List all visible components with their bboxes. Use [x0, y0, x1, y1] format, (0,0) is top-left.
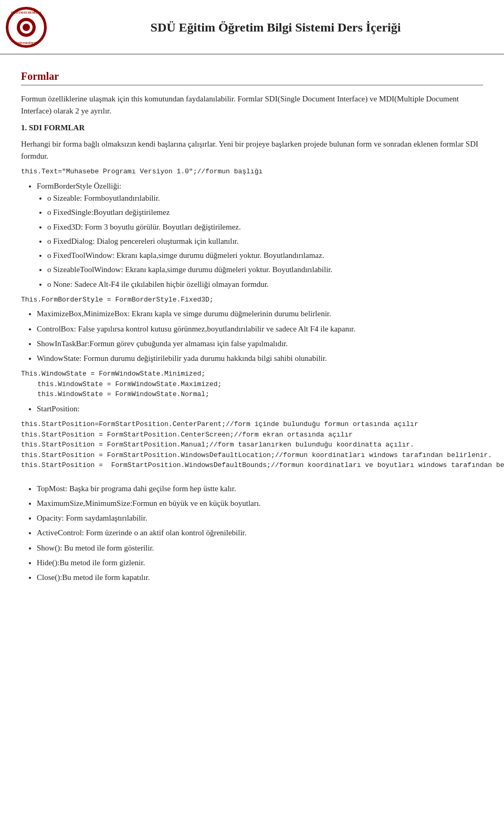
fbs-item-3: FixedDialog: Dialog pencereleri oluşturm… [47, 235, 483, 247]
formborderstyle-label: FormBorderStyle Özelliği: Sizeable: Form… [37, 180, 483, 290]
sub1-p1: Herhangi bir forma bağlı olmaksızın kend… [21, 138, 483, 163]
final-item-1: MaximumSize,MinimumSize:Formun en büyük … [37, 497, 483, 510]
fbs-item-2: Fixed3D: Form 3 boyutlu görülür. Boyutla… [47, 221, 483, 233]
code-block-2: This.FormBorderStyle = FormBorderStyle.F… [21, 295, 483, 305]
final-item-2: Opacity: Form saydamlaştırılabilir. [37, 512, 483, 524]
bullet2-list: MaximizeBox,MinimizeBox: Ekranı kapla ve… [37, 308, 483, 365]
university-logo: SÜLEYMAN DEMİREL ÜNİVERSİTESİ 1992 [5, 6, 47, 48]
fbs-item-5: SizeableToolWindow: Ekranı kapla,simge d… [47, 264, 483, 276]
startposition-list: StartPosition: [37, 403, 483, 415]
final-list: TopMost: Başka bir programa dahi geçilse… [37, 483, 483, 584]
bullet2-item-0: MaximizeBox,MinimizeBox: Ekranı kapla ve… [37, 308, 483, 320]
page-title: SDÜ Eğitim Öğretim Bilgi Sistemi Ders İç… [58, 20, 494, 35]
code-block-1: this.Text="Muhasebe Programı Versiyon 1.… [21, 167, 483, 177]
startposition-label: StartPosition: [37, 403, 483, 415]
intro-paragraph: Formun özelliklerine ulaşmak için this k… [21, 93, 483, 118]
startposition-label-text: StartPosition: [37, 404, 80, 413]
svg-text:1992: 1992 [24, 45, 29, 48]
final-item-5: Hide():Bu metod ile form gizlenir. [37, 557, 483, 569]
sub1-title: 1. SDI FORMLAR [21, 122, 483, 134]
formborderstyle-subitems: Sizeable: Formboyutlandırılabilir. Fixed… [47, 192, 483, 290]
final-item-6: Close():Bu metod ile form kapatılır. [37, 572, 483, 584]
page-content: Formlar Formun özelliklerine ulaşmak içi… [0, 60, 504, 604]
bullet2-item-3: WindowState: Formun durumu değiştirilebi… [37, 352, 483, 365]
code-block-3: This.WindowState = FormWindowState.Minim… [21, 369, 483, 400]
fbs-item-6: None: Sadece Alt-F4 ile çıkılabilen hiçb… [47, 278, 483, 290]
svg-text:SÜLEYMAN DEMİREL: SÜLEYMAN DEMİREL [10, 11, 41, 14]
final-item-0: TopMost: Başka bir programa dahi geçilse… [37, 483, 483, 495]
final-item-4: Show(): Bu metod ile form gösterilir. [37, 542, 483, 554]
bullet2-item-1: ControlBox: False yapılırsa kontrol kutu… [37, 323, 483, 335]
final-item-3: ActiveControl: Form üzerinde o an aktif … [37, 527, 483, 539]
svg-text:ÜNİVERSİTESİ: ÜNİVERSİTESİ [16, 42, 36, 45]
formborderstyle-label-text: FormBorderStyle Özelliği: [37, 182, 121, 190]
sub1-title-text: 1. SDI FORMLAR [21, 123, 85, 132]
fbs-item-1: FixedSingle:Boyutları değiştirilemez [47, 206, 483, 219]
formborderstyle-list: FormBorderStyle Özelliği: Sizeable: Form… [37, 180, 483, 290]
fbs-item-0: Sizeable: Formboyutlandırılabilir. [47, 192, 483, 204]
code-block-4: this.StartPosition=FormStartPosition.Cen… [21, 419, 483, 471]
svg-point-4 [23, 24, 30, 31]
fbs-item-4: FixedToolWindow: Ekranı kapla,simge duru… [47, 250, 483, 262]
section-title: Formlar [21, 70, 483, 86]
page-header: SÜLEYMAN DEMİREL ÜNİVERSİTESİ 1992 SDÜ E… [0, 0, 504, 55]
bullet2-item-2: ShowInTaskBar:Formun görev çubuğunda yer… [37, 338, 483, 350]
